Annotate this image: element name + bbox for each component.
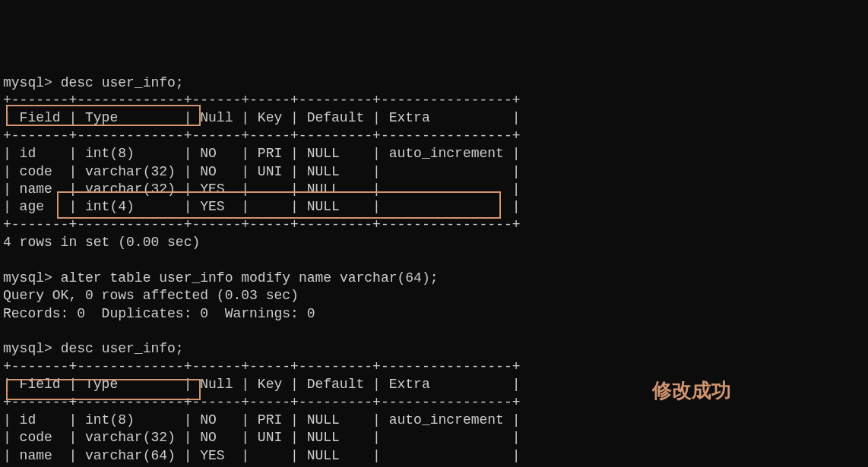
table2-row-name: | name | varchar(64) | YES | | NULL | | — [3, 448, 521, 463]
table1-row-code: | code | varchar(32) | NO | UNI | NULL |… — [3, 164, 521, 179]
prompt: mysql> — [3, 270, 61, 286]
cmd-desc1: desc user_info; — [61, 75, 184, 90]
table1-mid: +-------+-------------+------+-----+----… — [3, 128, 521, 144]
table1-row-name: | name | varchar(32) | YES | | NULL | | — [3, 181, 521, 197]
table2-row-id: | id | int(8) | NO | PRI | NULL | auto_i… — [3, 412, 521, 428]
table1-header: | Field | Type | Null | Key | Default | … — [3, 110, 521, 125]
table1-summary: 4 rows in set (0.00 sec) — [3, 235, 200, 250]
table1-bot: +-------+-------------+------+-----+----… — [3, 217, 521, 232]
table2-mid: +-------+-------------+------+-----+----… — [3, 395, 521, 410]
prompt: mysql> — [3, 75, 61, 90]
table1-row-id: | id | int(8) | NO | PRI | NULL | auto_i… — [3, 146, 521, 161]
table2-top: +-------+-------------+------+-----+----… — [3, 359, 521, 374]
table2-row-code: | code | varchar(32) | NO | UNI | NULL |… — [3, 430, 521, 445]
alter-result-0: Query OK, 0 rows affected (0.03 sec) — [3, 288, 299, 303]
table2-header: | Field | Type | Null | Key | Default | … — [3, 377, 521, 392]
prompt: mysql> — [3, 341, 61, 356]
table1-top: +-------+-------------+------+-----+----… — [3, 93, 521, 108]
annotation-success: 修改成功 — [652, 378, 731, 404]
cmd-alter: alter table user_info modify name varcha… — [61, 270, 439, 286]
alter-result-1: Records: 0 Duplicates: 0 Warnings: 0 — [3, 306, 315, 321]
cmd-desc2: desc user_info; — [61, 341, 184, 356]
table1-row-age: | age | int(4) | YES | | NULL | | — [3, 199, 521, 214]
terminal-output[interactable]: mysql> desc user_info; +-------+--------… — [3, 74, 865, 467]
